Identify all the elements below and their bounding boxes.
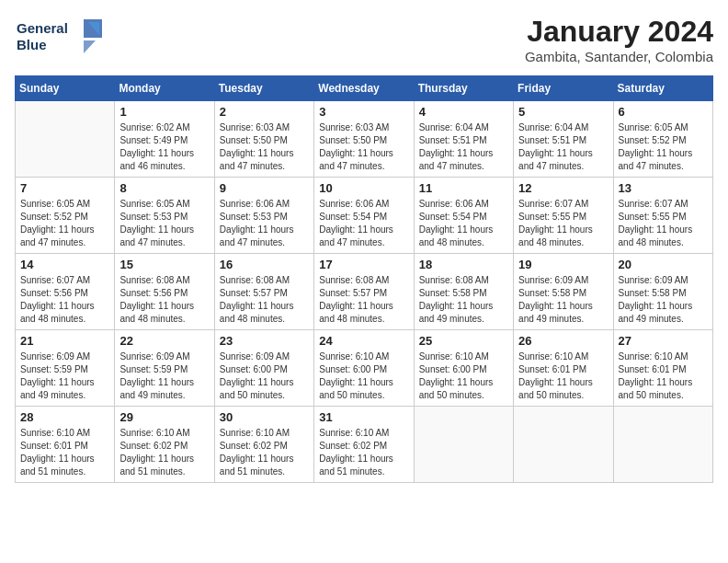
title-area: January 2024 Gambita, Santander, Colombi… xyxy=(525,15,713,64)
day-info: Sunrise: 6:10 AMSunset: 6:01 PMDaylight:… xyxy=(619,350,708,402)
day-number: 18 xyxy=(419,258,508,271)
day-number: 4 xyxy=(419,105,508,119)
calendar-cell: 31Sunrise: 6:10 AMSunset: 6:02 PMDayligh… xyxy=(314,407,414,483)
calendar-cell: 6Sunrise: 6:05 AMSunset: 5:52 PMDaylight… xyxy=(613,101,712,178)
day-info: Sunrise: 6:09 AMSunset: 5:58 PMDaylight:… xyxy=(518,274,608,326)
calendar-cell: 11Sunrise: 6:06 AMSunset: 5:54 PMDayligh… xyxy=(414,178,513,254)
calendar-cell: 21Sunrise: 6:09 AMSunset: 5:59 PMDayligh… xyxy=(16,330,115,407)
day-number: 30 xyxy=(220,410,309,424)
calendar-cell: 18Sunrise: 6:08 AMSunset: 5:58 PMDayligh… xyxy=(414,254,513,330)
day-info: Sunrise: 6:05 AMSunset: 5:52 PMDaylight:… xyxy=(619,121,708,173)
day-number: 24 xyxy=(319,334,408,348)
day-number: 28 xyxy=(20,410,109,424)
calendar-cell: 7Sunrise: 6:05 AMSunset: 5:52 PMDaylight… xyxy=(16,178,115,254)
week-row-3: 14Sunrise: 6:07 AMSunset: 5:56 PMDayligh… xyxy=(16,254,713,330)
day-number: 10 xyxy=(319,181,408,195)
day-number: 22 xyxy=(119,334,209,348)
day-number: 3 xyxy=(319,105,408,119)
header-tuesday: Tuesday xyxy=(214,76,313,101)
header-sunday: Sunday xyxy=(16,76,115,101)
day-info: Sunrise: 6:10 AMSunset: 6:02 PMDaylight:… xyxy=(220,427,309,478)
day-number: 31 xyxy=(319,410,408,424)
calendar-cell: 17Sunrise: 6:08 AMSunset: 5:57 PMDayligh… xyxy=(314,254,414,330)
calendar-cell: 30Sunrise: 6:10 AMSunset: 6:02 PMDayligh… xyxy=(214,407,313,483)
svg-text:General: General xyxy=(17,20,68,36)
week-row-5: 28Sunrise: 6:10 AMSunset: 6:01 PMDayligh… xyxy=(16,407,713,483)
day-info: Sunrise: 6:09 AMSunset: 5:59 PMDaylight:… xyxy=(20,350,109,402)
calendar-cell xyxy=(16,101,115,178)
day-info: Sunrise: 6:07 AMSunset: 5:56 PMDaylight:… xyxy=(20,274,109,326)
day-number: 8 xyxy=(119,181,209,195)
calendar-table: SundayMondayTuesdayWednesdayThursdayFrid… xyxy=(15,75,713,483)
logo-text: General Blue xyxy=(15,15,107,60)
week-row-1: 1Sunrise: 6:02 AMSunset: 5:49 PMDaylight… xyxy=(16,101,713,178)
day-number: 26 xyxy=(518,334,608,348)
day-info: Sunrise: 6:02 AMSunset: 5:49 PMDaylight:… xyxy=(119,121,209,173)
calendar-cell: 28Sunrise: 6:10 AMSunset: 6:01 PMDayligh… xyxy=(16,407,115,483)
day-info: Sunrise: 6:06 AMSunset: 5:53 PMDaylight:… xyxy=(220,198,309,249)
day-number: 1 xyxy=(119,105,209,119)
location-subtitle: Gambita, Santander, Colombia xyxy=(525,49,713,64)
calendar-cell: 10Sunrise: 6:06 AMSunset: 5:54 PMDayligh… xyxy=(314,178,414,254)
calendar-cell: 12Sunrise: 6:07 AMSunset: 5:55 PMDayligh… xyxy=(514,178,613,254)
day-info: Sunrise: 6:10 AMSunset: 6:00 PMDaylight:… xyxy=(419,350,508,402)
day-info: Sunrise: 6:09 AMSunset: 5:58 PMDaylight:… xyxy=(619,274,708,326)
calendar-cell: 4Sunrise: 6:04 AMSunset: 5:51 PMDaylight… xyxy=(414,101,513,178)
calendar-cell: 25Sunrise: 6:10 AMSunset: 6:00 PMDayligh… xyxy=(414,330,513,407)
header-friday: Friday xyxy=(514,76,613,101)
day-number: 6 xyxy=(619,105,708,119)
day-number: 5 xyxy=(518,105,608,119)
day-info: Sunrise: 6:04 AMSunset: 5:51 PMDaylight:… xyxy=(419,121,508,173)
day-info: Sunrise: 6:10 AMSunset: 6:01 PMDaylight:… xyxy=(518,350,608,402)
calendar-cell: 9Sunrise: 6:06 AMSunset: 5:53 PMDaylight… xyxy=(214,178,313,254)
day-info: Sunrise: 6:06 AMSunset: 5:54 PMDaylight:… xyxy=(419,198,508,249)
header-row: SundayMondayTuesdayWednesdayThursdayFrid… xyxy=(16,76,713,101)
day-info: Sunrise: 6:09 AMSunset: 6:00 PMDaylight:… xyxy=(220,350,309,402)
calendar-cell: 26Sunrise: 6:10 AMSunset: 6:01 PMDayligh… xyxy=(514,330,613,407)
day-info: Sunrise: 6:08 AMSunset: 5:56 PMDaylight:… xyxy=(119,274,209,326)
header-monday: Monday xyxy=(115,76,214,101)
svg-marker-4 xyxy=(84,40,96,53)
header: General Blue January 2024 Gambita, Santa… xyxy=(15,15,713,64)
logo: General Blue xyxy=(15,15,107,60)
day-info: Sunrise: 6:09 AMSunset: 5:59 PMDaylight:… xyxy=(119,350,209,402)
day-number: 29 xyxy=(119,410,209,424)
day-info: Sunrise: 6:03 AMSunset: 5:50 PMDaylight:… xyxy=(220,121,309,173)
day-info: Sunrise: 6:07 AMSunset: 5:55 PMDaylight:… xyxy=(619,198,708,249)
calendar-cell: 2Sunrise: 6:03 AMSunset: 5:50 PMDaylight… xyxy=(214,101,313,178)
day-number: 9 xyxy=(220,181,309,195)
header-wednesday: Wednesday xyxy=(314,76,414,101)
calendar-cell: 29Sunrise: 6:10 AMSunset: 6:02 PMDayligh… xyxy=(115,407,214,483)
calendar-cell: 3Sunrise: 6:03 AMSunset: 5:50 PMDaylight… xyxy=(314,101,414,178)
day-info: Sunrise: 6:10 AMSunset: 6:02 PMDaylight:… xyxy=(119,427,209,478)
calendar-cell: 1Sunrise: 6:02 AMSunset: 5:49 PMDaylight… xyxy=(115,101,214,178)
week-row-2: 7Sunrise: 6:05 AMSunset: 5:52 PMDaylight… xyxy=(16,178,713,254)
day-number: 23 xyxy=(220,334,309,348)
day-number: 20 xyxy=(619,258,708,271)
day-number: 19 xyxy=(518,258,608,271)
day-info: Sunrise: 6:10 AMSunset: 6:01 PMDaylight:… xyxy=(20,427,109,478)
day-info: Sunrise: 6:06 AMSunset: 5:54 PMDaylight:… xyxy=(319,198,408,249)
day-info: Sunrise: 6:08 AMSunset: 5:57 PMDaylight:… xyxy=(220,274,309,326)
month-title: January 2024 xyxy=(525,15,713,49)
day-info: Sunrise: 6:10 AMSunset: 6:02 PMDaylight:… xyxy=(319,427,408,478)
day-number: 27 xyxy=(619,334,708,348)
day-info: Sunrise: 6:08 AMSunset: 5:57 PMDaylight:… xyxy=(319,274,408,326)
day-number: 13 xyxy=(619,181,708,195)
calendar-cell: 15Sunrise: 6:08 AMSunset: 5:56 PMDayligh… xyxy=(115,254,214,330)
calendar-cell: 16Sunrise: 6:08 AMSunset: 5:57 PMDayligh… xyxy=(214,254,313,330)
calendar-cell: 5Sunrise: 6:04 AMSunset: 5:51 PMDaylight… xyxy=(514,101,613,178)
day-info: Sunrise: 6:03 AMSunset: 5:50 PMDaylight:… xyxy=(319,121,408,173)
day-info: Sunrise: 6:10 AMSunset: 6:00 PMDaylight:… xyxy=(319,350,408,402)
calendar-cell xyxy=(414,407,513,483)
calendar-cell: 24Sunrise: 6:10 AMSunset: 6:00 PMDayligh… xyxy=(314,330,414,407)
day-number: 25 xyxy=(419,334,508,348)
day-info: Sunrise: 6:05 AMSunset: 5:53 PMDaylight:… xyxy=(119,198,209,249)
calendar-cell: 19Sunrise: 6:09 AMSunset: 5:58 PMDayligh… xyxy=(514,254,613,330)
calendar-cell: 27Sunrise: 6:10 AMSunset: 6:01 PMDayligh… xyxy=(613,330,712,407)
calendar-cell: 8Sunrise: 6:05 AMSunset: 5:53 PMDaylight… xyxy=(115,178,214,254)
day-number: 21 xyxy=(20,334,109,348)
day-number: 12 xyxy=(518,181,608,195)
day-number: 16 xyxy=(220,258,309,271)
day-number: 11 xyxy=(419,181,508,195)
